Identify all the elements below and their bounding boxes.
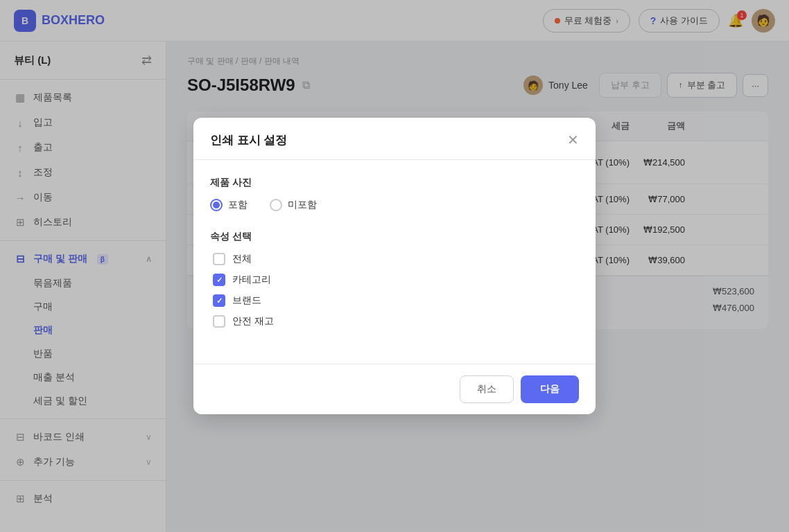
cancel-button[interactable]: 취소 <box>460 375 514 403</box>
radio-include[interactable]: 포함 <box>210 199 248 211</box>
checkbox-box-all <box>213 253 225 265</box>
modal-print-settings: 인쇄 표시 설정 ✕ 제품 사진 포함 <box>193 118 596 414</box>
modal-overlay: 인쇄 표시 설정 ✕ 제품 사진 포함 <box>166 42 789 532</box>
next-button[interactable]: 다음 <box>521 375 579 403</box>
modal-close-button[interactable]: ✕ <box>567 132 579 148</box>
modal-body: 제품 사진 포함 미포함 <box>193 160 596 364</box>
radio-circle-include <box>210 199 223 211</box>
radio-group-photo: 포함 미포함 <box>210 199 579 211</box>
checkbox-box-safety <box>213 315 225 328</box>
checkbox-box-brand <box>213 294 225 307</box>
modal-title: 인쇄 표시 설정 <box>210 132 287 148</box>
radio-exclude[interactable]: 미포함 <box>270 199 317 211</box>
modal-header: 인쇄 표시 설정 ✕ <box>193 118 596 160</box>
checkbox-brand[interactable]: 브랜드 <box>213 294 579 307</box>
attr-section-title: 속성 선택 <box>210 231 579 243</box>
modal-section-attr: 속성 선택 전체 카테고리 <box>210 231 579 328</box>
checkbox-all[interactable]: 전체 <box>213 253 579 265</box>
main-content: 구매 및 판매 / 판매 / 판매 내역 SO-J5I58RW9 ⧉ 🧑 Ton… <box>166 42 789 532</box>
photo-section-title: 제품 사진 <box>210 177 579 189</box>
modal-section-photo: 제품 사진 포함 미포함 <box>210 177 579 211</box>
checkbox-group-attr: 전체 카테고리 브랜드 <box>210 253 579 328</box>
checkbox-safety-stock[interactable]: 안전 재고 <box>213 315 579 328</box>
checkbox-box-category <box>213 274 225 286</box>
modal-footer: 취소 다음 <box>193 364 596 414</box>
radio-circle-exclude <box>270 199 282 211</box>
layout: 뷰티 (L) ⇄ ▦ 제품목록 ↓ 입고 ↑ 출고 ↕ 조정 → 이동 ⊞ 히스… <box>0 42 789 532</box>
checkbox-category[interactable]: 카테고리 <box>213 274 579 286</box>
